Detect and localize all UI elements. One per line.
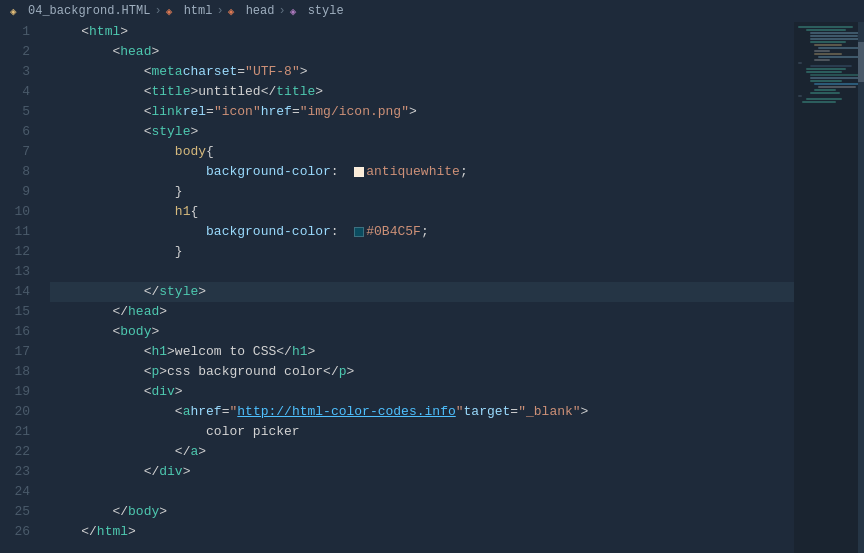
ln-4: 4: [10, 82, 30, 102]
code-line-11: background-color: #0B4C5F;: [50, 222, 794, 242]
ln-23: 23: [10, 462, 30, 482]
ln-5: 5: [10, 102, 30, 122]
minimap: [794, 22, 864, 553]
code-line-18: <p>css background color</p>: [50, 362, 794, 382]
code-line-12: }: [50, 242, 794, 262]
head-icon: [228, 5, 240, 17]
code-line-6: <style>: [50, 122, 794, 142]
code-line-5: <link rel="icon" href="img/icon.png">: [50, 102, 794, 122]
code-line-8: background-color: antiquewhite;: [50, 162, 794, 182]
ln-22: 22: [10, 442, 30, 462]
ln-15: 15: [10, 302, 30, 322]
ln-16: 16: [10, 322, 30, 342]
code-line-10: h1{: [50, 202, 794, 222]
breadcrumb-style[interactable]: style: [308, 4, 344, 18]
breadcrumb-sep2: ›: [216, 4, 223, 18]
code-line-19: <div>: [50, 382, 794, 402]
ln-13: 13: [10, 262, 30, 282]
code-line-20: <a href="http://html-color-codes.info" t…: [50, 402, 794, 422]
ln-9: 9: [10, 182, 30, 202]
ln-26: 26: [10, 522, 30, 542]
code-line-9: }: [50, 182, 794, 202]
html-icon: [166, 5, 178, 17]
ln-7: 7: [10, 142, 30, 162]
ln-21: 21: [10, 422, 30, 442]
code-line-3: <meta charset="UTF-8">: [50, 62, 794, 82]
ln-19: 19: [10, 382, 30, 402]
breadcrumb-html[interactable]: html: [184, 4, 213, 18]
line-numbers: 1 2 3 4 5 6 7 8 9 10 11 12 13 14 15 16 1…: [0, 22, 40, 553]
style-icon: [290, 5, 302, 17]
minimap-content: [794, 22, 864, 105]
code-line-21: color picker: [50, 422, 794, 442]
ln-2: 2: [10, 42, 30, 62]
ln-24: 24: [10, 482, 30, 502]
code-line-4: <title>untitled</title>: [50, 82, 794, 102]
code-line-7: body{: [50, 142, 794, 162]
ln-14: 14: [10, 282, 30, 302]
ln-12: 12: [10, 242, 30, 262]
ln-17: 17: [10, 342, 30, 362]
code-line-26: </html>: [50, 522, 794, 542]
code-area[interactable]: <html> <head> <meta charset="UTF-8"> <ti…: [40, 22, 794, 553]
ln-25: 25: [10, 502, 30, 522]
code-line-23: </div>: [50, 462, 794, 482]
code-line-14: </style>: [50, 282, 794, 302]
code-line-1: <html>: [50, 22, 794, 42]
ln-11: 11: [10, 222, 30, 242]
ln-1: 1: [10, 22, 30, 42]
ln-18: 18: [10, 362, 30, 382]
code-line-13: [50, 262, 794, 282]
breadcrumb-sep3: ›: [278, 4, 285, 18]
ln-10: 10: [10, 202, 30, 222]
scrollbar-thumb[interactable]: [858, 42, 864, 82]
code-line-2: <head>: [50, 42, 794, 62]
code-line-22: </a>: [50, 442, 794, 462]
scrollbar[interactable]: [858, 22, 864, 553]
ln-6: 6: [10, 122, 30, 142]
ln-3: 3: [10, 62, 30, 82]
code-line-24: [50, 482, 794, 502]
breadcrumb-head[interactable]: head: [246, 4, 275, 18]
code-line-16: <body>: [50, 322, 794, 342]
file-icon: [10, 5, 22, 17]
code-line-17: <h1>welcom to CSS</h1>: [50, 342, 794, 362]
ln-20: 20: [10, 402, 30, 422]
breadcrumb-sep1: ›: [154, 4, 161, 18]
breadcrumb-file[interactable]: 04_backgrond.HTML: [28, 4, 150, 18]
ln-8: 8: [10, 162, 30, 182]
breadcrumb: 04_backgrond.HTML › html › head › style: [0, 0, 864, 22]
code-line-15: </head>: [50, 302, 794, 322]
editor-container: 1 2 3 4 5 6 7 8 9 10 11 12 13 14 15 16 1…: [0, 22, 864, 553]
code-line-25: </body>: [50, 502, 794, 522]
